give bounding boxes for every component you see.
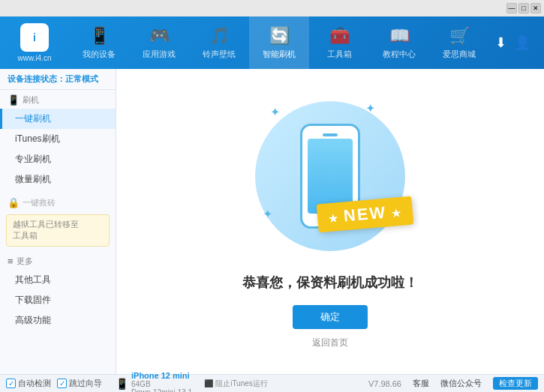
tutorial-icon: 📖: [389, 26, 410, 46]
auto-connect-checkbox[interactable]: ✓: [6, 379, 16, 388]
sidebar-section-flash: 📱 刷机: [0, 90, 116, 109]
logo-area: i www.i4.cn: [0, 23, 69, 62]
nav-my-device[interactable]: 📱 我的设备: [69, 16, 129, 69]
app-games-icon: 🎮: [149, 26, 170, 46]
logo-icon[interactable]: i: [20, 23, 49, 52]
nav-ringtones[interactable]: 🎵 铃声壁纸: [189, 16, 249, 69]
wechat-link[interactable]: 微信公众号: [440, 378, 482, 389]
auto-connect-check[interactable]: ✓ 自动检测: [6, 378, 51, 389]
minimize-button[interactable]: —: [506, 3, 517, 13]
sparkle-3: ✦: [263, 207, 272, 221]
via-wizard-check[interactable]: ✓ 跳过向导: [57, 378, 102, 389]
status-bar: 设备连接状态：正常模式: [0, 69, 116, 90]
device-info: 📱 iPhone 12 mini 64GB Down-12mini-13,1: [116, 371, 192, 393]
sidebar-item-download-firmware[interactable]: 下载固件: [0, 290, 116, 310]
nav-tutorial[interactable]: 📖 教程中心: [369, 16, 429, 69]
sidebar: 设备连接状态：正常模式 📱 刷机 一键刷机 iTunes刷机 专业刷机 微量刷机…: [0, 69, 116, 374]
content-area: ✦ ✦ ✦ NEW 恭喜您，保资料刷机成功啦！ 确定 返回首页: [116, 69, 544, 374]
success-message: 恭喜您，保资料刷机成功啦！: [242, 274, 418, 292]
flash-section-icon: 📱: [8, 94, 20, 106]
back-home-link[interactable]: 返回首页: [312, 337, 348, 349]
version-text: V7.98.66: [368, 379, 401, 388]
bottom-right: V7.98.66 客服 微信公众号 检查更新: [368, 377, 538, 390]
close-button[interactable]: ✕: [530, 3, 541, 13]
phone-speaker: [323, 133, 338, 136]
maximize-button[interactable]: □: [518, 3, 529, 13]
more-section-icon: ≡: [8, 256, 14, 267]
confirm-button[interactable]: 确定: [293, 305, 368, 329]
user-button[interactable]: 👤: [514, 34, 530, 51]
store-icon: 🛒: [449, 26, 470, 46]
download-button[interactable]: ⬇: [495, 34, 506, 51]
sidebar-item-pro-flash[interactable]: 专业刷机: [0, 149, 116, 169]
device-detail: iPhone 12 mini 64GB Down-12mini-13,1: [131, 371, 192, 393]
sidebar-item-one-click-flash[interactable]: 一键刷机: [0, 109, 116, 129]
main-area: 设备连接状态：正常模式 📱 刷机 一键刷机 iTunes刷机 专业刷机 微量刷机…: [0, 69, 544, 374]
toolbox-icon: 🧰: [329, 26, 350, 46]
sparkle-1: ✦: [270, 105, 280, 119]
ringtones-icon: 🎵: [209, 26, 230, 46]
header-right: ⬇ 👤: [489, 34, 544, 51]
sidebar-item-itunes-flash[interactable]: iTunes刷机: [0, 129, 116, 149]
header: i www.i4.cn 📱 我的设备 🎮 应用游戏 🎵 铃声壁纸 🔄 智能刷机 …: [0, 16, 544, 69]
logo-url: www.i4.cn: [17, 54, 51, 62]
title-bar: — □ ✕: [0, 0, 544, 16]
itunes-stop[interactable]: ⬛ 阻止iTunes运行: [204, 379, 268, 389]
smart-flash-icon: 🔄: [269, 26, 290, 46]
customer-service-link[interactable]: 客服: [413, 378, 429, 389]
jailbreak-notice: 越狱工具已转移至工具箱: [6, 214, 110, 247]
sidebar-section-more: ≡ 更多: [0, 251, 116, 270]
nav-store[interactable]: 🛒 爱思商城: [429, 16, 489, 69]
nav-smart-flash[interactable]: 🔄 智能刷机: [249, 16, 309, 69]
device-model: Down-12mini-13,1: [131, 388, 192, 393]
nav-bar: 📱 我的设备 🎮 应用游戏 🎵 铃声壁纸 🔄 智能刷机 🧰 工具箱 📖 教程中心…: [69, 16, 489, 69]
my-device-icon: 📱: [89, 26, 110, 46]
sidebar-item-advanced[interactable]: 高级功能: [0, 310, 116, 331]
sidebar-section-rescue: 🔒 一键救砖: [0, 193, 116, 211]
check-update-button[interactable]: 检查更新: [493, 377, 538, 390]
via-wizard-checkbox[interactable]: ✓: [57, 379, 67, 388]
bottom-bar: ✓ 自动检测 ✓ 跳过向导 📱 iPhone 12 mini 64GB Down…: [0, 374, 544, 392]
sidebar-item-other-tools[interactable]: 其他工具: [0, 270, 116, 290]
device-storage: 64GB: [131, 380, 192, 388]
nav-app-games[interactable]: 🎮 应用游戏: [129, 16, 189, 69]
sparkle-2: ✦: [365, 101, 375, 115]
success-illustration: ✦ ✦ ✦ NEW: [248, 94, 413, 259]
device-phone-icon: 📱: [116, 378, 128, 390]
bottom-left: ✓ 自动检测 ✓ 跳过向导 📱 iPhone 12 mini 64GB Down…: [6, 371, 368, 393]
stop-icon: ⬛: [204, 379, 213, 388]
sidebar-item-brush-flash[interactable]: 微量刷机: [0, 169, 116, 190]
nav-toolbox[interactable]: 🧰 工具箱: [309, 16, 369, 69]
lock-icon: 🔒: [8, 197, 20, 208]
